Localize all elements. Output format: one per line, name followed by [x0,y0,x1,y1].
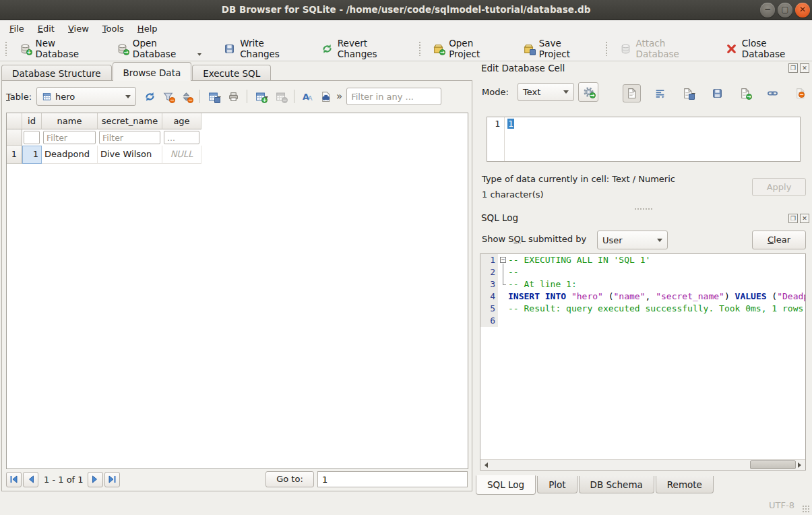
cell-secret-name[interactable]: Dive Wilson [98,146,162,164]
open-in-external-button[interactable]: → [737,85,753,102]
edit-display-format-button[interactable] [302,91,313,102]
open-database-dropdown-icon[interactable] [197,53,201,56]
float-dock-icon[interactable]: ❐ [788,214,798,223]
sql-log-hscrollbar[interactable] [480,459,805,470]
save-project-icon [523,43,534,55]
refresh-table-button[interactable] [144,91,156,102]
new-database-button[interactable]: + New Database [13,33,101,64]
log-line: 4INSERT INTO "hero" ("name", "secret_nam… [480,291,805,303]
scroll-left-icon[interactable] [481,460,491,470]
export-icon [712,88,723,99]
separator [247,90,247,103]
table-row: 1 1 Deadpond Dive Wilson NULL [7,146,468,164]
float-dock-icon[interactable]: ❐ [788,63,798,73]
previous-page-icon [27,475,35,483]
text-view-button[interactable] [623,84,641,102]
close-button[interactable]: ✕ [795,3,810,18]
clear-filters-button[interactable]: − [162,91,174,102]
maximize-button[interactable]: ▢ [778,3,792,18]
import-icon [682,88,693,99]
word-wrap-button[interactable] [652,85,668,102]
last-page-button[interactable] [104,472,120,487]
mode-selector[interactable]: Text [518,83,574,101]
previous-page-button[interactable] [23,472,38,487]
tab-plot[interactable]: Plot [537,476,577,493]
minimize-button[interactable]: − [760,3,775,18]
open-project-icon: → [433,43,444,55]
filter-input-name[interactable] [43,131,96,144]
filter-input-age[interactable] [164,131,199,144]
auto-switch-mode-button[interactable]: → [578,82,598,102]
row-number[interactable]: 1 [7,146,22,164]
log-line: 6 [480,315,805,327]
filter-input-secret-name[interactable] [99,131,160,144]
fold-collapse-icon[interactable]: − [500,257,506,263]
browse-toolbar: Table: hero − − + − » [2,86,472,107]
column-header-name[interactable]: name [42,113,98,129]
table-selector[interactable]: hero [36,87,136,106]
clear-log-button[interactable]: Clear [752,231,806,249]
scrollbar-thumb[interactable] [750,460,795,469]
print-table-button[interactable] [228,91,239,102]
import-cell-data-button[interactable] [679,85,698,102]
close-icon: ✕ [799,5,806,14]
find-in-table-button[interactable] [320,91,332,102]
grid-corner [7,113,22,129]
tab-browse-data[interactable]: Browse Data [113,62,192,81]
write-changes-button[interactable]: Write Changes [217,33,306,64]
revert-changes-button[interactable]: Revert Changes [315,33,409,64]
toolbar-drag-handle[interactable] [605,41,608,56]
tab-execute-sql[interactable]: Execute SQL [192,65,271,81]
separator [199,90,200,103]
resize-grip-icon[interactable] [802,505,810,513]
save-project-button[interactable]: Save Project [516,33,596,64]
tab-database-structure[interactable]: Database Structure [1,65,112,81]
goto-button[interactable]: Go to: [266,471,314,487]
log-line: 2-- [480,266,805,278]
new-database-icon: + [20,43,31,55]
column-header-id[interactable]: id [22,113,42,129]
cell-editor-content[interactable]: 1 [507,119,514,129]
first-page-button[interactable] [6,472,22,487]
cell-name[interactable]: Deadpond [42,146,98,164]
tab-db-schema[interactable]: DB Schema [579,476,654,493]
column-header-age[interactable]: age [162,113,201,129]
encoding-indicator[interactable]: UTF-8 [769,500,794,510]
export-table-button[interactable] [208,91,221,102]
tab-sql-log[interactable]: SQL Log [476,475,536,495]
filter-input-id[interactable] [24,131,40,144]
close-database-button[interactable]: Close Database [719,33,812,64]
close-dock-icon[interactable]: ✕ [800,63,809,73]
cell-age[interactable]: NULL [162,146,201,164]
mode-label: Mode: [482,87,509,97]
link-button[interactable] [764,85,781,102]
set-null-button[interactable]: − [792,85,809,102]
sql-source-selector[interactable]: User [597,231,668,249]
column-header-secret-name[interactable]: secret_name [98,113,162,129]
open-external-icon: → [739,88,751,99]
scroll-right-icon[interactable] [794,460,805,470]
toolbar-drag-handle[interactable] [418,41,422,56]
insert-record-button[interactable]: + [255,91,268,102]
sql-log-view[interactable]: 1−-- EXECUTING ALL IN 'SQL 1'2--3-- At l… [480,253,806,471]
log-line: 5-- Result: query executed successfully.… [480,303,805,315]
tab-remote[interactable]: Remote [656,476,714,493]
goto-input[interactable] [317,471,468,487]
browse-data-panel: Table: hero − − + − » id name secret_nam… [1,80,472,491]
cell-mode-row: Mode: Text → → − [476,83,811,103]
close-dock-icon[interactable]: ✕ [800,214,809,223]
export-cell-data-button[interactable] [709,85,726,102]
cell-editor[interactable]: 1 1 [487,117,801,162]
close-database-icon [726,43,737,55]
open-database-button[interactable]: → Open Database [110,33,209,64]
open-project-button[interactable]: → Open Project [426,33,507,64]
toolbar-overflow-icon[interactable]: » [336,90,342,102]
clear-sorting-button[interactable]: − [181,91,192,102]
next-page-button[interactable] [88,472,103,487]
titlebar[interactable]: DB Browser for SQLite - /home/user/code/… [0,0,812,20]
cell-id[interactable]: 1 [22,146,42,164]
filter-any-column-input[interactable] [346,88,441,105]
toolbar-drag-handle[interactable] [5,41,8,56]
dock-splitter[interactable] [476,206,811,212]
main-tab-bar: Database Structure Browse Data Execute S… [1,62,272,81]
